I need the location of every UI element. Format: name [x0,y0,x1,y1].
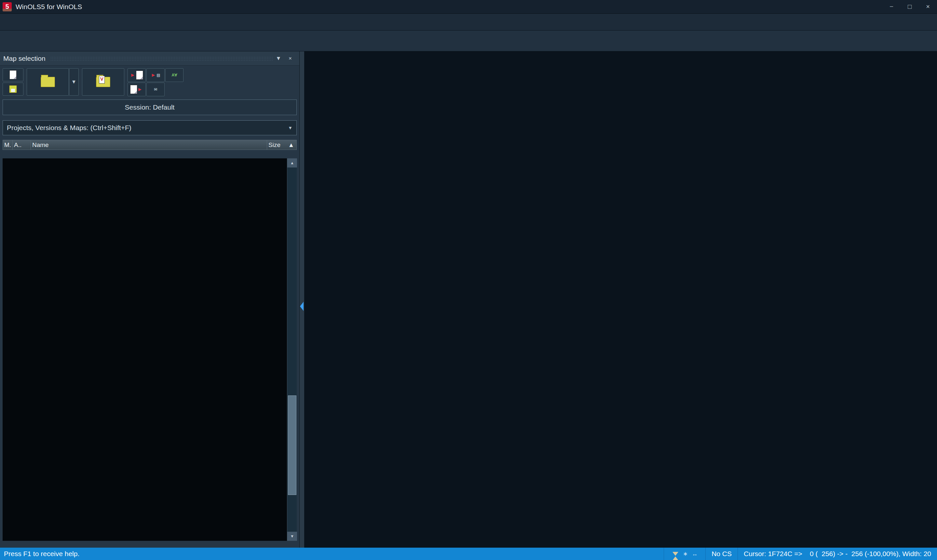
open-mappack-button[interactable] [27,68,69,95]
map-list [3,158,297,541]
save-mappack-button[interactable] [3,83,23,95]
panel-splitter[interactable] [300,51,304,548]
app-maximize-button[interactable]: □ [900,0,919,13]
mdi-workspace [304,51,937,548]
pv-binocular-icon: A∀ [172,73,177,77]
import-arrow-icon: ► [151,72,156,78]
open-folder-icon [41,77,55,87]
map-selection-panel: Map selection ▼ × ▼ V ► ►▤ A∀ ► ✉ [0,51,300,548]
scroll-down-icon[interactable]: ▼ [287,532,297,541]
app-logo-icon: 5 [3,2,12,11]
app-minimize-button[interactable]: − [882,0,900,13]
main-toolbar [0,31,937,51]
hourglass-icon [672,552,678,556]
doc-icon [130,85,137,94]
app-close-button[interactable]: × [919,0,937,13]
panel-collapse-button[interactable]: ▼ [273,55,284,62]
menu-bar [0,14,937,31]
import-arrow-icon: ► [130,72,136,78]
column-name[interactable]: Name [31,140,267,149]
export-map-button[interactable]: ► [128,83,146,96]
save-floppy-icon [9,85,17,93]
import-list-button[interactable]: ►▤ [146,68,165,82]
email-export-button[interactable]: ✉ [146,83,165,96]
import-damos-button[interactable]: V [82,68,124,95]
panel-close-button[interactable]: × [284,55,296,62]
column-size[interactable]: Size [267,140,286,149]
sort-ascending-icon[interactable]: ▲ [286,140,296,149]
map-list-header: M. A.. Name Size ▲ [3,140,297,150]
map-list-scrollbar[interactable]: ▲ ▼ [287,158,297,541]
status-help-text: Press F1 to receive help. [0,550,79,558]
column-address[interactable]: A.. [13,140,31,149]
scroll-thumb[interactable] [288,395,296,495]
status-cursor-info: Cursor: 1F724C => 0 ( 256) -> - 256 (-10… [738,548,937,560]
session-bar[interactable]: Session: Default [3,100,297,115]
new-mappack-button[interactable] [3,68,23,81]
status-checksum: No CS [705,548,738,560]
chevron-down-icon: ▼ [288,125,293,131]
email-globe-icon: ✉ [154,87,157,92]
column-m[interactable]: M. [3,140,13,149]
status-icons: ∗ ↔ [664,548,705,560]
import-map-button[interactable]: ► [128,68,146,82]
search-pv-button[interactable]: A∀ [165,68,183,82]
map-selection-header: Map selection ▼ × [0,51,299,66]
damos-folder-icon: V [96,77,110,87]
scope-dropdown[interactable]: Projects, Versions & Maps: (Ctrl+Shift+F… [3,120,297,135]
doc-icon [136,71,143,80]
panel-title: Map selection [3,55,46,62]
collapse-panel-icon[interactable] [300,302,304,311]
export-arrow-icon: ► [137,86,142,92]
scope-dropdown-label: Projects, Versions & Maps: (Ctrl+Shift+F… [7,124,131,132]
sync-arrows-icon: ↔ [692,551,698,557]
status-bar: Press F1 to receive help. ∗ ↔ No CS Curs… [0,548,937,560]
open-mappack-dropdown[interactable]: ▼ [69,68,79,95]
map-panel-toolbar: ▼ V ► ►▤ A∀ ► ✉ [0,66,299,98]
scroll-up-icon[interactable]: ▲ [287,158,297,168]
panel-grip [50,56,273,61]
list-window-icon: ▤ [157,73,160,77]
app-title: WinOLS5 for WinOLS [15,3,82,11]
new-document-icon [9,70,17,79]
title-bar: 5 WinOLS5 for WinOLS − □ × [0,0,937,14]
snowflake-icon: ∗ [683,550,688,557]
